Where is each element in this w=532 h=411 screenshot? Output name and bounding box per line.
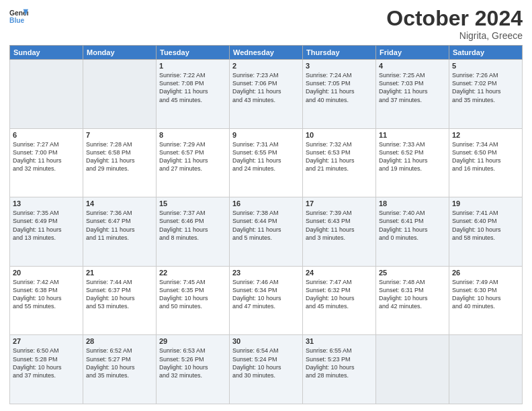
daylight-hours-label: Daylight: 11 hours <box>379 156 446 165</box>
daylight-hours-label: Daylight: 11 hours <box>379 87 446 95</box>
daylight-minutes-label: and 42 minutes. <box>379 302 446 310</box>
daylight-minutes-label: and 58 minutes. <box>452 234 519 242</box>
calendar-week-row: 1Sunrise: 7:22 AMSunset: 7:08 PMDaylight… <box>10 60 523 129</box>
daylight-hours-label: Daylight: 10 hours <box>86 294 153 302</box>
table-row: 2Sunrise: 7:23 AMSunset: 7:06 PMDaylight… <box>230 60 303 129</box>
sunset-line: Sunset: 7:05 PM <box>306 79 373 87</box>
svg-text:Blue: Blue <box>9 17 25 24</box>
daylight-hours-label: Daylight: 10 hours <box>159 363 226 371</box>
table-row: 13Sunrise: 7:35 AMSunset: 6:49 PMDayligh… <box>10 197 83 267</box>
daylight-hours-label: Daylight: 11 hours <box>159 156 226 165</box>
daylight-hours-label: Daylight: 10 hours <box>159 294 226 302</box>
day-number: 20 <box>13 269 80 277</box>
day-number: 6 <box>13 131 80 139</box>
day-number: 3 <box>306 62 373 70</box>
sunset-line: Sunset: 5:26 PM <box>159 355 226 363</box>
day-number: 19 <box>452 199 519 208</box>
daylight-hours-label: Daylight: 11 hours <box>159 226 226 234</box>
table-row <box>10 60 83 129</box>
day-number: 17 <box>306 199 373 208</box>
table-row: 31Sunrise: 6:55 AMSunset: 5:23 PMDayligh… <box>303 335 376 404</box>
sunrise-line: Sunrise: 6:54 AM <box>232 347 300 355</box>
daylight-minutes-label: and 3 minutes. <box>306 234 373 242</box>
table-row: 24Sunrise: 7:47 AMSunset: 6:32 PMDayligh… <box>303 266 376 335</box>
sunset-line: Sunset: 6:58 PM <box>86 148 153 156</box>
daylight-hours-label: Daylight: 11 hours <box>13 156 80 165</box>
daylight-hours-label: Daylight: 11 hours <box>86 156 153 165</box>
daylight-minutes-label: and 45 minutes. <box>306 302 373 310</box>
daylight-minutes-label: and 29 minutes. <box>86 165 153 173</box>
sunset-line: Sunset: 6:55 PM <box>232 148 300 156</box>
daylight-minutes-label: and 13 minutes. <box>13 234 80 242</box>
table-row: 14Sunrise: 7:36 AMSunset: 6:47 PMDayligh… <box>83 197 157 267</box>
daylight-minutes-label: and 40 minutes. <box>452 302 519 310</box>
sunset-line: Sunset: 6:46 PM <box>159 217 226 225</box>
table-row: 8Sunrise: 7:29 AMSunset: 6:57 PMDaylight… <box>157 128 230 197</box>
sunrise-line: Sunrise: 7:24 AM <box>306 71 373 79</box>
sunrise-line: Sunrise: 6:50 AM <box>13 347 80 355</box>
daylight-minutes-label: and 28 minutes. <box>306 371 373 379</box>
sunrise-line: Sunrise: 7:34 AM <box>452 140 519 148</box>
calendar-table: Sunday Monday Tuesday Wednesday Thursday… <box>9 45 523 404</box>
daylight-minutes-label: and 37 minutes. <box>13 371 80 379</box>
table-row: 18Sunrise: 7:40 AMSunset: 6:41 PMDayligh… <box>376 197 449 267</box>
daylight-hours-label: Daylight: 11 hours <box>159 87 226 95</box>
sunset-line: Sunset: 5:24 PM <box>232 355 300 363</box>
sunset-line: Sunset: 6:37 PM <box>86 286 153 294</box>
daylight-minutes-label: and 47 minutes. <box>232 302 300 310</box>
table-row: 22Sunrise: 7:45 AMSunset: 6:35 PMDayligh… <box>157 266 230 335</box>
daylight-minutes-label: and 35 minutes. <box>452 96 519 104</box>
daylight-minutes-label: and 43 minutes. <box>232 96 300 104</box>
table-row: 3Sunrise: 7:24 AMSunset: 7:05 PMDaylight… <box>303 60 376 129</box>
header: General Blue October 2024 Nigrita, Greec… <box>9 7 523 41</box>
daylight-hours-label: Daylight: 10 hours <box>232 294 300 302</box>
day-number: 1 <box>159 62 226 70</box>
daylight-minutes-label: and 55 minutes. <box>13 302 80 310</box>
sunrise-line: Sunrise: 7:40 AM <box>379 209 446 217</box>
table-row: 25Sunrise: 7:48 AMSunset: 6:31 PMDayligh… <box>376 266 449 335</box>
daylight-hours-label: Daylight: 10 hours <box>452 294 519 302</box>
table-row: 1Sunrise: 7:22 AMSunset: 7:08 PMDaylight… <box>157 60 230 129</box>
sunrise-line: Sunrise: 6:53 AM <box>159 347 226 355</box>
table-row: 20Sunrise: 7:42 AMSunset: 6:38 PMDayligh… <box>10 266 83 335</box>
day-number: 10 <box>306 131 373 139</box>
table-row: 30Sunrise: 6:54 AMSunset: 5:24 PMDayligh… <box>230 335 303 404</box>
daylight-minutes-label: and 30 minutes. <box>232 371 300 379</box>
sunset-line: Sunset: 6:40 PM <box>452 217 519 225</box>
sunset-line: Sunset: 6:50 PM <box>452 148 519 156</box>
daylight-hours-label: Daylight: 10 hours <box>232 363 300 371</box>
calendar-week-row: 20Sunrise: 7:42 AMSunset: 6:38 PMDayligh… <box>10 266 523 335</box>
subtitle: Nigrita, Greece <box>386 30 523 41</box>
sunrise-line: Sunrise: 7:32 AM <box>306 140 373 148</box>
day-number: 28 <box>86 337 153 345</box>
day-number: 24 <box>306 269 373 277</box>
day-number: 5 <box>452 62 519 70</box>
sunset-line: Sunset: 6:52 PM <box>379 148 446 156</box>
day-number: 22 <box>159 269 226 277</box>
sunset-line: Sunset: 7:02 PM <box>452 79 519 87</box>
day-number: 29 <box>159 337 226 345</box>
day-number: 18 <box>379 199 446 208</box>
table-row: 9Sunrise: 7:31 AMSunset: 6:55 PMDaylight… <box>230 128 303 197</box>
daylight-hours-label: Daylight: 10 hours <box>452 226 519 234</box>
sunrise-line: Sunrise: 7:41 AM <box>452 209 519 217</box>
daylight-hours-label: Daylight: 10 hours <box>306 294 373 302</box>
day-number: 16 <box>232 199 300 208</box>
sunrise-line: Sunrise: 6:55 AM <box>306 347 373 355</box>
daylight-minutes-label: and 53 minutes. <box>86 302 153 310</box>
sunset-line: Sunset: 7:06 PM <box>232 79 300 87</box>
sunset-line: Sunset: 6:38 PM <box>13 286 80 294</box>
sunset-line: Sunset: 6:30 PM <box>452 286 519 294</box>
day-number: 8 <box>159 131 226 139</box>
sunset-line: Sunset: 6:44 PM <box>232 217 300 225</box>
sunset-line: Sunset: 6:57 PM <box>159 148 226 156</box>
daylight-hours-label: Daylight: 11 hours <box>306 87 373 95</box>
sunset-line: Sunset: 7:08 PM <box>159 79 226 87</box>
sunset-line: Sunset: 6:43 PM <box>306 217 373 225</box>
sunrise-line: Sunrise: 7:35 AM <box>13 209 80 217</box>
table-row: 10Sunrise: 7:32 AMSunset: 6:53 PMDayligh… <box>303 128 376 197</box>
table-row: 23Sunrise: 7:46 AMSunset: 6:34 PMDayligh… <box>230 266 303 335</box>
table-row: 28Sunrise: 6:52 AMSunset: 5:27 PMDayligh… <box>83 335 157 404</box>
sunrise-line: Sunrise: 7:47 AM <box>306 278 373 286</box>
sunrise-line: Sunrise: 7:44 AM <box>86 278 153 286</box>
